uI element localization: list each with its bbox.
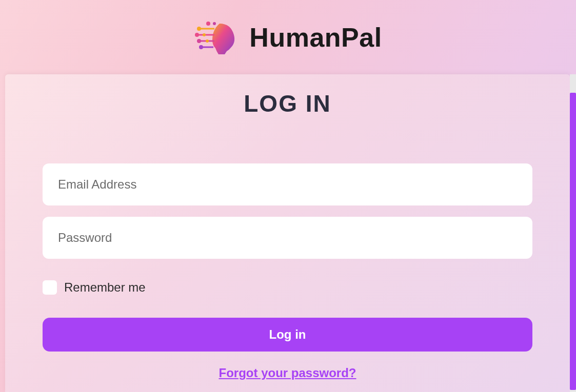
svg-point-9 (197, 39, 201, 43)
email-field[interactable] (43, 163, 532, 205)
svg-point-4 (197, 27, 201, 31)
remember-checkbox[interactable] (43, 280, 57, 295)
svg-point-6 (213, 22, 216, 25)
svg-point-7 (195, 33, 199, 37)
password-field[interactable] (43, 217, 532, 259)
brand-logo-icon (194, 19, 240, 55)
brand-name: HumanPal (249, 22, 382, 53)
logo-container: HumanPal (194, 19, 382, 55)
header: HumanPal (0, 0, 576, 74)
login-form: Remember me Log in Forgot your password? (43, 163, 532, 380)
page-title: LOG IN (5, 90, 570, 117)
remember-row: Remember me (43, 280, 532, 295)
login-card: LOG IN Remember me Log in Forgot your pa… (5, 74, 570, 392)
remember-label: Remember me (64, 280, 146, 295)
svg-point-11 (199, 45, 203, 49)
forgot-password-link[interactable]: Forgot your password? (43, 366, 532, 380)
login-button[interactable]: Log in (43, 318, 532, 352)
svg-point-5 (206, 22, 210, 26)
svg-point-10 (206, 39, 209, 43)
scrollbar-track[interactable] (570, 74, 576, 392)
scrollbar-thumb[interactable] (570, 93, 576, 390)
svg-point-8 (203, 33, 206, 36)
